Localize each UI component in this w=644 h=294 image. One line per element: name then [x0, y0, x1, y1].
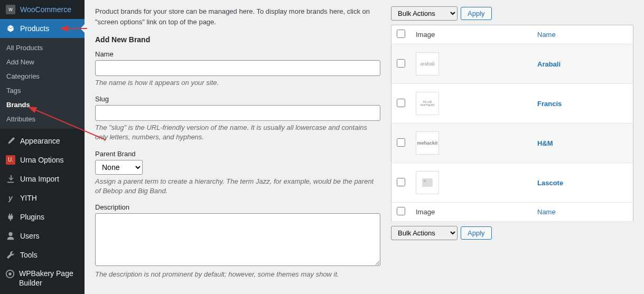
sidebar-item-urna-import[interactable]: Urna Import: [0, 169, 85, 188]
table-row: PILLAR PARTNERS Francis: [391, 84, 633, 124]
brand-name-link[interactable]: H&M: [537, 139, 553, 147]
sidebar-label: Urna Options: [20, 156, 63, 164]
placeholder-icon: [422, 178, 433, 187]
sidebar-item-tools[interactable]: Tools: [0, 245, 85, 264]
brand-name-link[interactable]: Arabali: [537, 60, 561, 68]
brand-name-link[interactable]: Francis: [537, 100, 562, 108]
user-icon: [5, 231, 16, 241]
apply-button-top[interactable]: Apply: [461, 7, 492, 20]
sidebar-label: Users: [20, 232, 40, 240]
brand-thumbnail: mehackit: [416, 131, 439, 155]
sidebar-label: Tools: [20, 251, 38, 259]
name-label: Name: [95, 50, 380, 58]
sidebar-label: Urna Import: [20, 175, 59, 183]
wrench-icon: [5, 250, 16, 260]
bulk-actions-select-top[interactable]: Bulk Actions: [391, 6, 458, 21]
brands-table: Image Name arabali Arabali PILLAR PARTNE…: [391, 25, 633, 222]
table-row: arabali Arabali: [391, 44, 633, 84]
slug-help: The "slug" is the URL-friendly version o…: [95, 123, 380, 142]
row-checkbox[interactable]: [397, 178, 405, 186]
submenu-brands[interactable]: Brands: [0, 98, 85, 112]
plug-icon: [5, 212, 16, 222]
column-image[interactable]: Image: [410, 25, 532, 44]
sidebar-item-products[interactable]: Products: [0, 19, 85, 38]
admin-sidebar: w WooCommerce Products All Products Add …: [0, 0, 85, 294]
table-row: mehackit H&M: [391, 124, 633, 163]
row-checkbox[interactable]: [397, 59, 405, 68]
column-image-footer[interactable]: Image: [410, 203, 532, 222]
products-submenu: All Products Add New Categories Tags Bra…: [0, 38, 85, 129]
sidebar-item-users[interactable]: Users: [0, 226, 85, 245]
brand-name-link[interactable]: Lascote: [537, 179, 563, 187]
cube-icon: [5, 23, 16, 34]
parent-help: Assign a parent term to create a hierarc…: [95, 177, 380, 196]
select-all-checkbox-top[interactable]: [397, 30, 405, 38]
sidebar-label: Appearance: [20, 137, 60, 145]
column-name-footer[interactable]: Name: [532, 203, 633, 222]
parent-label: Parent Brand: [95, 150, 380, 158]
sidebar-item-plugins[interactable]: Plugins: [0, 207, 85, 226]
bulk-actions-select-bottom[interactable]: Bulk Actions: [391, 226, 458, 240]
sidebar-item-yith[interactable]: y YITH: [0, 188, 85, 207]
submenu-add-new[interactable]: Add New: [0, 55, 85, 69]
description-help: The description is not prominent by defa…: [95, 270, 380, 279]
svg-point-1: [8, 272, 11, 275]
parent-select[interactable]: None: [95, 160, 143, 175]
submenu-attributes[interactable]: Attributes: [0, 112, 85, 126]
column-name[interactable]: Name: [532, 25, 633, 44]
sidebar-item-urna-options[interactable]: U. Urna Options: [0, 150, 85, 169]
name-help: The name is how it appears on your site.: [95, 78, 380, 88]
sidebar-item-woocommerce[interactable]: w WooCommerce: [0, 0, 85, 19]
sidebar-label: WPBakery Page Builder: [19, 269, 79, 288]
description-textarea[interactable]: [95, 213, 380, 266]
description-label: Description: [95, 203, 380, 211]
slug-label: Slug: [95, 95, 380, 103]
woocommerce-icon: w: [5, 4, 16, 15]
name-input[interactable]: [95, 60, 380, 76]
apply-button-bottom[interactable]: Apply: [461, 226, 492, 240]
sidebar-label: Products: [20, 24, 49, 33]
download-icon: [5, 174, 16, 184]
brand-thumbnail: arabali: [416, 52, 439, 75]
submenu-all-products[interactable]: All Products: [0, 41, 85, 55]
yith-icon: y: [5, 193, 16, 203]
sidebar-label: Plugins: [20, 213, 44, 221]
wpbakery-icon: [5, 269, 15, 279]
select-all-checkbox-bottom[interactable]: [397, 207, 405, 215]
table-row: Lascote: [391, 163, 633, 203]
sidebar-item-appearance[interactable]: Appearance: [0, 131, 85, 150]
slug-input[interactable]: [95, 105, 380, 121]
sidebar-item-wpbakery[interactable]: WPBakery Page Builder: [0, 264, 85, 292]
row-checkbox[interactable]: [397, 138, 405, 147]
brush-icon: [5, 136, 16, 146]
add-new-brand-heading: Add New Brand: [95, 35, 380, 44]
brand-thumbnail: [416, 171, 439, 194]
brand-thumbnail: PILLAR PARTNERS: [416, 92, 439, 115]
sidebar-label: YITH: [20, 194, 37, 202]
submenu-categories[interactable]: Categories: [0, 69, 85, 83]
intro-text: Product brands for your store can be man…: [95, 6, 380, 27]
submenu-tags[interactable]: Tags: [0, 83, 85, 98]
row-checkbox[interactable]: [397, 99, 405, 107]
urna-icon: U.: [5, 155, 16, 165]
sidebar-label: WooCommerce: [20, 5, 71, 14]
